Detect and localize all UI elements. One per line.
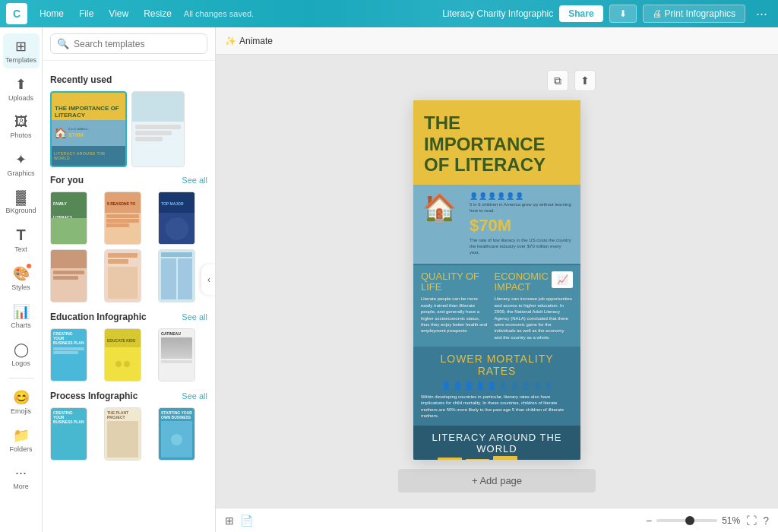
education-title: Education Infographic: [50, 312, 147, 322]
nav-resize[interactable]: Resize: [138, 5, 178, 22]
for-you-thumb-6[interactable]: [158, 249, 195, 302]
process-grid: CREATING YOUR BUSINESS PLAN THE PLANT PR…: [50, 407, 207, 461]
infographic-title: THE IMPORTANCE OF LITERACY: [424, 112, 570, 176]
panel-search: 🔍: [43, 27, 215, 61]
download-button[interactable]: ⬇: [609, 5, 637, 23]
nav-home[interactable]: Home: [33, 5, 70, 22]
quality-text: Literate people can be more easily train…: [421, 296, 489, 334]
tool-text-label: Text: [14, 245, 27, 253]
tool-charts[interactable]: 📊 Charts: [3, 299, 40, 334]
infographic[interactable]: THE IMPORTANCE OF LITERACY 🏠 👤 👤 👤: [413, 100, 580, 460]
more-icon: ···: [15, 465, 27, 481]
recently-used-grid: THE IMPORTANCE OF LITERACY 🏠 5 in 6 chil…: [50, 91, 207, 167]
tool-logos[interactable]: ◯ Logos: [3, 337, 40, 372]
for-you-thumb-4[interactable]: [50, 249, 87, 302]
economic-text: Literacy can increase job opportunities …: [495, 296, 574, 340]
infographic-section3: LOWER MORTALITY RATES 👤 👤 👤 👤 👤 👤 👤 👤 👤: [413, 347, 580, 426]
fullscreen-icon[interactable]: ⛶: [746, 515, 757, 527]
search-input[interactable]: [74, 39, 201, 49]
background-icon: ▓: [16, 189, 26, 205]
nav-file[interactable]: File: [73, 5, 100, 22]
panel-content: Recently used THE IMPORTANCE OF LITERACY…: [43, 61, 215, 532]
tool-templates-label: Templates: [5, 56, 36, 64]
edu-thumb-3[interactable]: GATINEAU: [158, 328, 195, 382]
mortality-text: Within developing countries in particula…: [421, 394, 573, 420]
sparkle-icon: ✨: [225, 36, 236, 46]
canvas-area: ✨ Animate ⧉ ⬆ THE IMPORTANCE OF LITERACY: [216, 27, 778, 532]
education-section: Education Infographic See all: [50, 312, 207, 322]
grid-view-icon[interactable]: ⊞: [225, 515, 234, 527]
page-nav-icon[interactable]: 📄: [240, 515, 253, 527]
recently-used-section: Recently used: [50, 74, 207, 85]
canva-logo[interactable]: C: [6, 3, 27, 24]
zoom-slider[interactable]: [656, 519, 717, 522]
bottom-left: ⊞ 📄: [225, 515, 253, 527]
tool-background[interactable]: ▓ BKground: [3, 185, 40, 219]
tool-emojis-label: Emojis: [11, 407, 31, 415]
print-button[interactable]: 🖨 Print Infographics: [643, 5, 745, 23]
tool-folders[interactable]: 📁 Folders: [3, 423, 40, 458]
for-you-see-all[interactable]: See all: [182, 176, 207, 185]
quality-title: QUALITY OF LIFE: [421, 271, 489, 293]
for-you-title: For you: [50, 175, 84, 185]
tool-photos[interactable]: 🖼 Photos: [3, 109, 40, 144]
for-you-thumb-1[interactable]: FAMILY LITERACY...: [50, 192, 87, 245]
canvas-scroll[interactable]: ⧉ ⬆ THE IMPORTANCE OF LITERACY 🏠: [216, 55, 778, 508]
animate-button[interactable]: ✨ Animate: [225, 36, 273, 46]
download-icon[interactable]: ⬆: [574, 70, 596, 91]
tool-uploads-label: Uploads: [8, 94, 33, 102]
tool-logos-label: Logos: [11, 359, 30, 367]
bottom-bar: ⊞ 📄 − 51% ⛶ ?: [216, 508, 778, 532]
panel-collapse-button[interactable]: ‹: [201, 264, 216, 295]
nav-right: Literacy Charity Infographic Share ⬇ 🖨 P…: [442, 5, 772, 24]
emojis-icon: 😊: [13, 389, 30, 406]
tools-sidebar: ⊞ Templates ⬆ Uploads 🖼 Photos ✦ Graphic…: [0, 27, 43, 532]
bar-chart: 100 75 50 25 0 UK: [421, 459, 573, 460]
more-options-button[interactable]: ···: [751, 5, 772, 24]
tool-graphics[interactable]: ✦ Graphics: [3, 147, 40, 182]
tool-text[interactable]: T Text: [3, 222, 40, 258]
education-see-all[interactable]: See all: [182, 312, 207, 321]
canvas-content: ⧉ ⬆ THE IMPORTANCE OF LITERACY 🏠: [398, 70, 596, 492]
for-you-thumb-2[interactable]: 5 REASONS TO GIVE...: [104, 192, 141, 245]
people-icons: 👤 👤 👤 👤 👤 👤: [470, 192, 571, 200]
edu-thumb-1[interactable]: CREATING YOUR BUSINESS PLAN: [50, 328, 87, 382]
proc-thumb-3[interactable]: STARTING YOUR OWN BUSINESS: [158, 407, 195, 461]
tool-more[interactable]: ··· More: [3, 461, 40, 495]
zoom-out-icon[interactable]: −: [646, 515, 652, 527]
tool-emojis[interactable]: 😊 Emojis: [3, 385, 40, 420]
for-you-thumb-5[interactable]: [104, 249, 141, 302]
infographic-section1: 🏠 👤 👤 👤 👤 👤 👤 5 in 6 childr: [413, 185, 580, 264]
recently-used-2[interactable]: [131, 91, 185, 167]
copy-icon[interactable]: ⧉: [547, 70, 568, 91]
canvas-actions: ⧉ ⬆: [547, 70, 596, 91]
zoom-control: − 51%: [646, 515, 740, 527]
add-page-button[interactable]: + Add page: [398, 469, 596, 492]
tool-styles[interactable]: 🎨 Styles: [3, 261, 40, 296]
recently-used-literacy[interactable]: THE IMPORTANCE OF LITERACY 🏠 5 in 6 chil…: [50, 91, 127, 167]
mortality-icons: 👤 👤 👤 👤 👤 👤 👤 👤 👤 👤: [421, 382, 573, 390]
search-icon: 🔍: [57, 38, 69, 49]
tool-uploads[interactable]: ⬆ Uploads: [3, 71, 40, 106]
proc-thumb-2[interactable]: THE PLANT PROJECT: [104, 407, 141, 461]
process-see-all[interactable]: See all: [182, 391, 207, 401]
templates-panel: 🔍 Recently used THE IMPORTANCE OF LITERA…: [43, 27, 216, 532]
tool-templates[interactable]: ⊞ Templates: [3, 33, 40, 68]
search-box[interactable]: 🔍: [50, 33, 207, 54]
nav-view[interactable]: View: [103, 5, 134, 22]
stat-desc1: 5 in 6 children in America grow up witho…: [470, 202, 571, 214]
house-icon: 🏠: [422, 192, 462, 224]
proc-thumb-1[interactable]: CREATING YOUR BUSINESS PLAN: [50, 407, 87, 461]
logos-icon: ◯: [14, 341, 29, 358]
share-button[interactable]: Share: [559, 5, 602, 22]
for-you-thumb-3[interactable]: TOP MAJOR SOUTH AMERICAN COMMODITIES: [158, 192, 195, 245]
help-icon[interactable]: ?: [763, 515, 769, 527]
for-you-grid: FAMILY LITERACY... 5 REASONS TO GIVE...: [50, 192, 207, 302]
for-you-section: For you See all: [50, 175, 207, 185]
uploads-icon: ⬆: [15, 76, 27, 93]
quality-of-life-card: QUALITY OF LIFE Literate people can be m…: [421, 271, 489, 340]
photos-icon: 🖼: [14, 114, 28, 130]
world-title: LITERACY AROUND THE WORLD: [421, 432, 573, 454]
edu-thumb-2[interactable]: EDUCATE KIDS: [104, 328, 141, 382]
mortality-title: LOWER MORTALITY RATES: [421, 353, 573, 377]
